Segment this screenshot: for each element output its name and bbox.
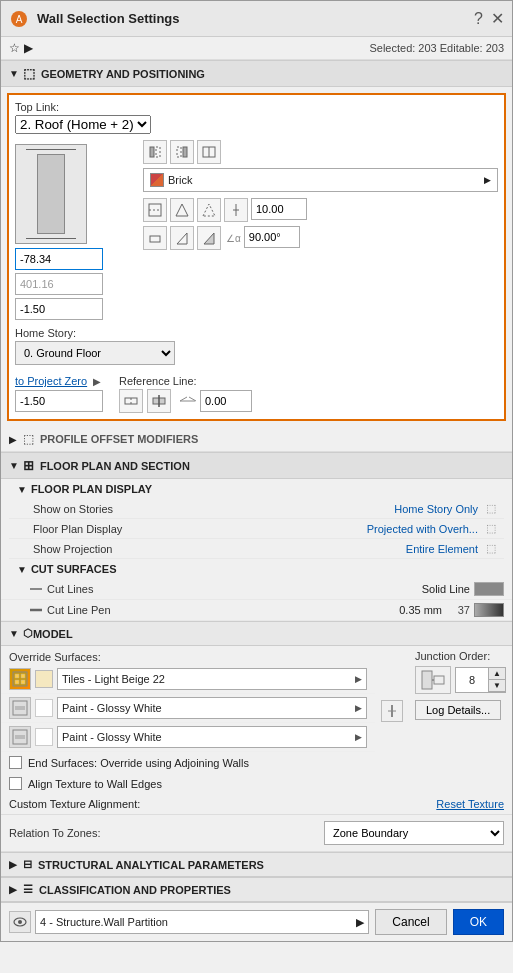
- value3-input[interactable]: -1.50: [15, 298, 103, 320]
- ref-line-section: Reference Line:: [119, 375, 252, 413]
- num1-input[interactable]: 10.00: [251, 198, 307, 220]
- num2-input[interactable]: 90.00°: [244, 226, 300, 248]
- log-details-button[interactable]: Log Details...: [415, 700, 501, 720]
- svg-line-23: [189, 397, 196, 401]
- fp-display-row-icon[interactable]: ⬚: [486, 522, 496, 535]
- reset-texture-button[interactable]: Reset Texture: [436, 798, 504, 810]
- structural-section-header[interactable]: ▶ ⊟ STRUCTURAL ANALYTICAL PARAMETERS: [1, 852, 512, 877]
- ref-line-value-input[interactable]: 0.00: [200, 390, 252, 412]
- ref-line-arrow-icon: [179, 394, 197, 408]
- cut-lines-value: Solid Line: [422, 583, 470, 595]
- show-projection-row: Show Projection Entire Element ⬚: [9, 539, 504, 559]
- brick-button[interactable]: Brick ▶: [143, 168, 498, 192]
- home-story-select[interactable]: 0. Ground Floor: [15, 341, 175, 365]
- footer-left: 4 - Structure.Wall Partition ▶: [9, 910, 369, 934]
- layer-dropdown[interactable]: 4 - Structure.Wall Partition ▶: [35, 910, 369, 934]
- svg-rect-38: [434, 676, 444, 684]
- icon-row-top: [143, 140, 498, 164]
- brick-label: Brick: [168, 174, 192, 186]
- junction-down-icon[interactable]: ▼: [489, 680, 505, 692]
- wall-ico-1[interactable]: [143, 140, 167, 164]
- junction-up-icon[interactable]: ▲: [489, 668, 505, 680]
- svg-rect-4: [177, 147, 181, 157]
- arrow-icon[interactable]: ▶: [24, 41, 33, 55]
- geometry-section-header[interactable]: ▼ ⬚ GEOMETRY AND POSITIONING: [1, 60, 512, 87]
- floor-plan-display-header[interactable]: ▼ FLOOR PLAN DISPLAY: [1, 479, 512, 499]
- cut-surfaces-header[interactable]: ▼ CUT SURFACES: [1, 559, 512, 579]
- angle-ico-3[interactable]: [197, 226, 221, 250]
- surface-dropdown-3[interactable]: Paint - Glossy White ▶: [57, 726, 367, 748]
- layer-eye-icon[interactable]: [9, 911, 31, 933]
- junction-order-spinner[interactable]: 8 ▲ ▼: [455, 667, 506, 693]
- ok-button[interactable]: OK: [453, 909, 504, 935]
- surface-icon-1: [9, 668, 31, 690]
- custom-texture-row: Custom Texture Alignment: Reset Texture: [1, 794, 512, 814]
- show-projection-value[interactable]: Entire Element: [406, 543, 478, 555]
- surface-swatch-3: [35, 728, 53, 746]
- surface-row-2: Paint - Glossy White ▶: [1, 694, 375, 723]
- floor-plan-section-header[interactable]: ▼ ⊞ FLOOR PLAN AND SECTION: [1, 452, 512, 479]
- show-projection-icon[interactable]: ⬚: [486, 542, 496, 555]
- top-link-label: Top Link:: [15, 101, 498, 113]
- help-icon[interactable]: ?: [474, 10, 483, 28]
- surface-dropdown-2[interactable]: Paint - Glossy White ▶: [57, 697, 367, 719]
- svg-rect-27: [15, 674, 19, 678]
- model-section-header[interactable]: ▼ ⬡ MODEL: [1, 621, 512, 646]
- show-on-stories-row: Show on Stories Home Story Only ⬚: [9, 499, 504, 519]
- zones-select[interactable]: Zone Boundary: [324, 821, 504, 845]
- pattern-ico-2[interactable]: [170, 198, 194, 222]
- show-on-stories-label: Show on Stories: [33, 503, 113, 515]
- surface-label-3: Paint - Glossy White: [62, 731, 162, 743]
- star-icon[interactable]: ☆: [9, 41, 20, 55]
- surface-icon-3: [9, 726, 31, 748]
- svg-rect-29: [15, 680, 19, 684]
- fp-display-row-value[interactable]: Projected with Overh...: [367, 523, 478, 535]
- ref-ico-2[interactable]: [147, 389, 171, 413]
- cut-line-pen-label: Cut Line Pen: [47, 604, 111, 616]
- project-zero-link[interactable]: to Project Zero: [15, 375, 87, 387]
- show-on-stories-value[interactable]: Home Story Only: [394, 503, 478, 515]
- cut-pen-icon: [29, 603, 43, 617]
- wall-ico-3[interactable]: [197, 140, 221, 164]
- pattern-ico-3[interactable]: [197, 198, 221, 222]
- cancel-button[interactable]: Cancel: [375, 909, 446, 935]
- model-label: MODEL: [33, 628, 73, 640]
- classification-label: CLASSIFICATION AND PROPERTIES: [39, 884, 231, 896]
- geometry-content: Top Link: 2. Roof (Home + 2) -78.34: [7, 93, 506, 421]
- svg-rect-32: [15, 706, 25, 710]
- angle-ico-1[interactable]: [143, 226, 167, 250]
- end-surfaces-row: End Surfaces: Override using Adjoining W…: [1, 752, 512, 773]
- surface-swatch-1: [35, 670, 53, 688]
- fp-display-label: FLOOR PLAN DISPLAY: [31, 483, 152, 495]
- structural-label: STRUCTURAL ANALYTICAL PARAMETERS: [38, 859, 264, 871]
- surface-swatch-2: [35, 699, 53, 717]
- angle-ico-2[interactable]: [170, 226, 194, 250]
- model-content: Override Surfaces:: [1, 646, 512, 814]
- value1-input[interactable]: -78.34: [15, 248, 103, 270]
- surface-arrow-icon-1: ▶: [355, 674, 362, 684]
- ref-line-ico[interactable]: [224, 198, 248, 222]
- surface-dropdown-1[interactable]: Tiles - Light Beige 22 ▶: [57, 668, 367, 690]
- pipe-icon[interactable]: [381, 700, 403, 722]
- align-texture-checkbox[interactable]: [9, 777, 22, 790]
- wall-selection-settings-window: A Wall Selection Settings ? ✕ ☆ ▶ Select…: [0, 0, 513, 942]
- close-icon[interactable]: ✕: [491, 9, 504, 28]
- ref-ico-1[interactable]: [119, 389, 143, 413]
- geometry-icon: ⬚: [23, 66, 35, 81]
- value2-input[interactable]: 401.16: [15, 273, 103, 295]
- profile-label: PROFILE OFFSET MODIFIERS: [40, 433, 198, 445]
- project-zero-value-input[interactable]: -1.50: [15, 390, 103, 412]
- end-surfaces-checkbox[interactable]: [9, 756, 22, 769]
- wall-ico-2[interactable]: [170, 140, 194, 164]
- cut-line-pen-value: 0.35 mm: [399, 604, 442, 616]
- top-link-select[interactable]: 2. Roof (Home + 2): [15, 115, 151, 134]
- classification-section-header[interactable]: ▶ ☰ CLASSIFICATION AND PROPERTIES: [1, 877, 512, 902]
- surface-label-2: Paint - Glossy White: [62, 702, 162, 714]
- svg-rect-34: [15, 735, 25, 739]
- pattern-ico-1[interactable]: [143, 198, 167, 222]
- surface-arrow-icon-2: ▶: [355, 703, 362, 713]
- cut-lines-label-group: Cut Lines: [29, 582, 93, 596]
- classification-icon: ☰: [23, 883, 33, 896]
- show-on-stories-icon[interactable]: ⬚: [486, 502, 496, 515]
- profile-section-header[interactable]: ▶ ⬚ PROFILE OFFSET MODIFIERS: [1, 427, 512, 452]
